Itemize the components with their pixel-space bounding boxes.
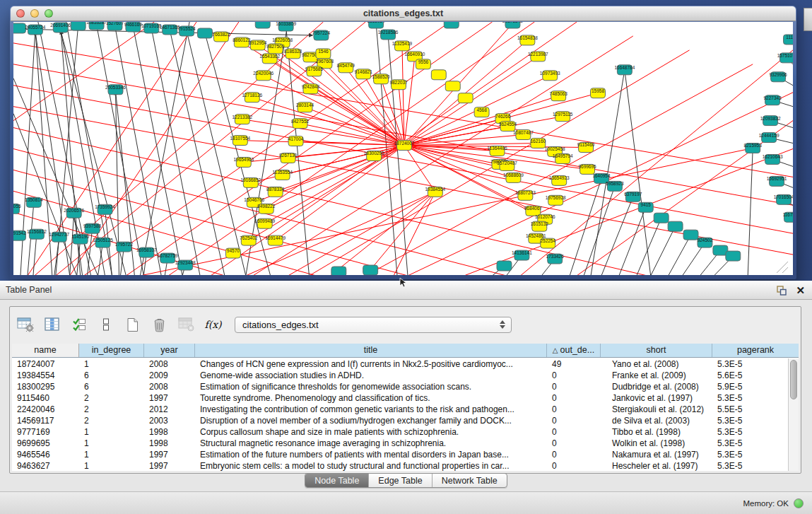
cell[interactable]: 0 xyxy=(547,426,601,438)
cell[interactable]: Dudbridge et al. (2008) xyxy=(601,381,712,392)
graph-node[interactable]: 8912954 xyxy=(249,40,267,50)
graph-node[interactable]: 11325419 xyxy=(392,41,413,51)
cell[interactable]: 9777169 xyxy=(12,426,79,438)
cell[interactable]: 2008 xyxy=(144,358,195,370)
graph-node[interactable]: 5958923 xyxy=(606,181,624,191)
cell[interactable]: Yano et al. (2008) xyxy=(601,358,712,370)
column-header-in_degree[interactable]: in_degree xyxy=(79,344,144,357)
cell[interactable]: Wolkin et al. (1998) xyxy=(601,438,712,449)
graph-node[interactable]: 9329966 xyxy=(769,72,787,82)
graph-node[interactable]: 12444159 xyxy=(759,133,779,143)
cell[interactable]: 5.5E-5 xyxy=(712,404,788,415)
cell[interactable]: Corpus callosum shape and size in male p… xyxy=(195,426,547,438)
graph-node[interactable]: 8215953 xyxy=(744,144,763,153)
graph-node[interactable]: 9397588 xyxy=(83,223,102,233)
cell[interactable]: 22420046 xyxy=(12,404,79,415)
graph-node[interactable]: 19384554 xyxy=(425,187,445,197)
select-rows-button[interactable] xyxy=(69,315,88,334)
graph-node[interactable]: 2516055 xyxy=(13,204,21,214)
cell[interactable]: 5.3E-5 xyxy=(712,438,788,449)
cell[interactable]: Estimation of the future numbers of pati… xyxy=(195,449,547,460)
graph-node[interactable]: 12213382 xyxy=(232,115,252,124)
graph-node[interactable]: 8813054 xyxy=(367,22,386,28)
cell[interactable]: Tourette syndrome. Phenomenology and cla… xyxy=(195,392,547,404)
graph-node[interactable]: 18724007 xyxy=(394,141,415,151)
graph-node[interactable]: 16648784 xyxy=(614,65,635,75)
table-row[interactable]: 946554611997Estimation of the future num… xyxy=(12,449,788,460)
cell[interactable]: de Silva et al. (2003) xyxy=(601,415,712,426)
graph-node[interactable]: 1112 xyxy=(784,35,793,45)
graph-node[interactable]: 19756928 xyxy=(546,195,566,205)
tab-edge-table[interactable]: Edge Table xyxy=(368,474,431,487)
graph-node[interactable]: 10688609 xyxy=(503,173,524,182)
graph-node[interactable]: 9556 xyxy=(416,59,430,69)
graph-node[interactable]: 417004 xyxy=(288,136,304,146)
graph-node[interactable] xyxy=(683,230,698,240)
column-header-title[interactable]: title xyxy=(195,344,547,357)
graph-node[interactable]: 11364486 xyxy=(487,146,507,156)
float-panel-icon[interactable] xyxy=(777,286,787,296)
cell[interactable]: 1 xyxy=(79,460,144,471)
cell[interactable]: 5.3E-5 xyxy=(712,426,788,438)
cell[interactable]: 1 xyxy=(79,426,144,438)
graph-node[interactable]: 9822037 xyxy=(389,80,408,90)
graph-node[interactable]: 4568 xyxy=(474,107,489,117)
graph-node[interactable]: 6379197 xyxy=(624,192,642,201)
cell[interactable]: 5.6E-5 xyxy=(712,370,788,381)
graph-node[interactable]: 8860123 xyxy=(233,37,251,47)
cell[interactable]: 1 xyxy=(79,358,144,370)
graph-node[interactable]: 1145190 xyxy=(71,234,89,244)
network-view-window[interactable]: citations_edges.txt 24055724206914061085… xyxy=(10,6,796,279)
column-header-out_de[interactable]: △out_de... xyxy=(547,344,601,357)
cell[interactable]: 6 xyxy=(79,381,144,392)
network-canvas[interactable]: 2405572420691406108532871527607946616910… xyxy=(13,22,793,275)
close-panel-icon[interactable]: ✕ xyxy=(796,285,805,296)
memory-status-indicator-icon[interactable] xyxy=(794,498,804,508)
graph-node[interactable]: 18107554 xyxy=(230,136,250,146)
graph-node[interactable]: 8878334 xyxy=(266,187,285,197)
graph-node[interactable] xyxy=(445,81,460,91)
cell[interactable]: 1997 xyxy=(144,460,195,471)
graph-node[interactable]: 9242848 xyxy=(302,84,320,94)
cell[interactable]: Stergiakouli et al. (2012) xyxy=(601,404,712,415)
vertical-scrollbar[interactable] xyxy=(788,358,799,471)
cell[interactable]: 0 xyxy=(547,381,601,392)
cell[interactable]: 2012 xyxy=(144,404,195,415)
cell[interactable]: 5.3E-5 xyxy=(712,415,788,426)
graph-node[interactable] xyxy=(363,265,378,275)
table-row[interactable]: 1872400712008Changes of HCN gene express… xyxy=(12,358,788,370)
graph-node[interactable]: 18300295 xyxy=(364,151,384,160)
cell[interactable]: 2003 xyxy=(144,415,195,426)
graph-node[interactable]: 12942737 xyxy=(49,232,69,242)
graph-node[interactable]: 8267130 xyxy=(279,153,298,163)
cell[interactable]: 18724007 xyxy=(12,358,79,370)
cell[interactable]: 1997 xyxy=(144,392,195,404)
graph-node[interactable]: 16210643 xyxy=(763,154,783,164)
graph-node[interactable]: 9466169 xyxy=(124,22,143,32)
graph-node[interactable]: 24055724 xyxy=(25,25,46,35)
graph-node[interactable]: 19654963 xyxy=(233,157,254,167)
cell[interactable]: 1 xyxy=(79,449,144,460)
graph-node[interactable]: 20053346 xyxy=(105,85,126,95)
graph-node[interactable]: 1527607 xyxy=(106,22,124,30)
graph-node[interactable]: 1588520 xyxy=(372,74,391,84)
zoom-window-icon[interactable] xyxy=(45,9,53,18)
graph-node[interactable]: 9115460 xyxy=(577,143,595,153)
cell[interactable]: 14569117 xyxy=(12,415,79,426)
graph-node[interactable]: 8498222 xyxy=(257,204,276,214)
graph-node[interactable]: 16958107 xyxy=(136,247,157,257)
cell[interactable]: Nakamura et al. (1997) xyxy=(601,449,712,460)
tab-network-table[interactable]: Network Table xyxy=(432,474,507,487)
graph-node[interactable]: 7485063 xyxy=(550,91,568,101)
graph-node[interactable]: 12213987 xyxy=(528,52,548,62)
cell[interactable]: Disruption of a novel member of a sodium… xyxy=(195,415,547,426)
graph-node[interactable]: 16914479 xyxy=(265,235,286,245)
graph-node[interactable]: 18495794 xyxy=(553,153,573,163)
graph-node[interactable]: 7915524 xyxy=(178,26,196,36)
cell[interactable]: 9463627 xyxy=(12,460,79,471)
cell[interactable]: 0 xyxy=(547,415,601,426)
cell[interactable]: 9115460 xyxy=(12,392,79,404)
cell[interactable]: 0 xyxy=(547,370,601,381)
cell[interactable]: 0 xyxy=(547,404,601,415)
graph-node[interactable]: 9175685 xyxy=(305,66,324,76)
